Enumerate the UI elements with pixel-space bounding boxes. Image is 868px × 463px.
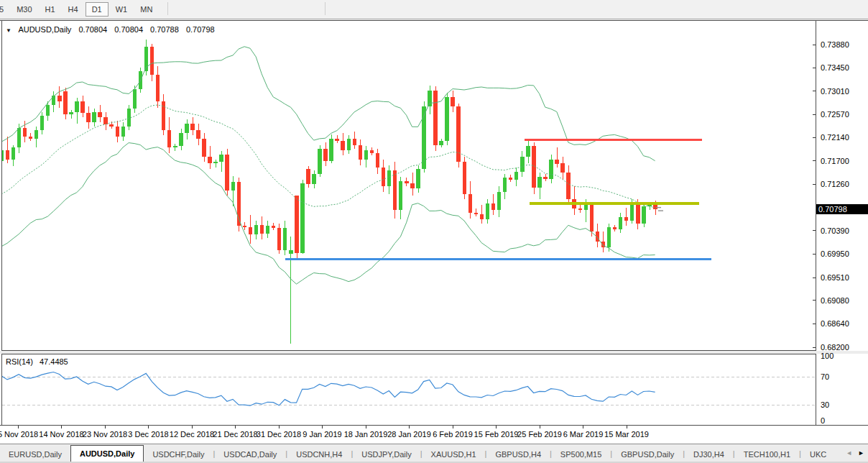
rsi-value: 47.4485 xyxy=(40,357,68,366)
price-axis-label: 0.72140 xyxy=(821,133,849,142)
time-axis-label: 3 Dec 2018 xyxy=(128,430,168,439)
time-axis-label: 6 Mar 2019 xyxy=(563,430,604,439)
candle xyxy=(300,180,305,255)
price-chart-canvas[interactable]: 0.738800.734500.730100.725700.721400.717… xyxy=(0,0,868,463)
time-axis-label: 31 Dec 2018 xyxy=(257,430,301,439)
time-axis-label: 15 Mar 2019 xyxy=(604,430,649,439)
time-axis-label: 9 Jan 2019 xyxy=(303,430,341,439)
quote-low: 0.70788 xyxy=(150,25,179,34)
rsi-panel[interactable] xyxy=(2,354,816,426)
time-axis-label: 5 Nov 2018 xyxy=(0,430,38,439)
time-axis-label: 23 Nov 2018 xyxy=(83,430,127,439)
time-axis-label: 6 Feb 2019 xyxy=(433,430,473,439)
price-axis-label: 0.73450 xyxy=(821,63,849,72)
current-price-box: 0.70798 xyxy=(816,204,868,214)
price-axis-label: 0.68640 xyxy=(821,319,849,328)
price-axis-label: 0.70390 xyxy=(821,226,849,235)
price-axis-label: 0.69950 xyxy=(821,249,849,258)
candle xyxy=(445,93,449,145)
candle xyxy=(433,86,438,151)
quote-high: 0.70804 xyxy=(114,25,143,34)
price-axis-label: 0.68200 xyxy=(821,343,849,352)
time-axis-label: 12 Dec 2018 xyxy=(170,430,214,439)
price-axis-label: 0.73010 xyxy=(821,87,849,96)
candle xyxy=(225,149,229,196)
rsi-axis-label: 0 xyxy=(821,416,825,425)
time-axis-label: 21 Dec 2018 xyxy=(213,430,257,439)
time-axis-label: 25 Feb 2019 xyxy=(517,430,562,439)
time-axis-label: 18 Jan 2019 xyxy=(344,430,388,439)
rsi-indicator-caption: RSI(14) 47.4485 xyxy=(6,357,73,366)
candle xyxy=(318,145,322,178)
price-axis-label: 0.73880 xyxy=(821,40,849,49)
candle xyxy=(329,134,333,164)
price-axis-label: 0.71700 xyxy=(821,157,849,165)
chart-symbol-label: AUDUSD,Daily xyxy=(18,25,71,34)
candle xyxy=(277,224,282,254)
rsi-axis-label: 70 xyxy=(821,372,829,381)
price-axis-label: 0.69510 xyxy=(821,273,849,282)
time-axis-label: 14 Nov 2018 xyxy=(39,430,83,439)
candle xyxy=(456,104,461,168)
candle xyxy=(532,142,536,194)
rsi-axis-label: 30 xyxy=(821,400,829,409)
rsi-axis-label: 100 xyxy=(821,352,834,360)
main-panel[interactable] xyxy=(2,21,816,351)
time-axis-label: 15 Feb 2019 xyxy=(474,430,519,439)
time-axis-label: 28 Jan 2019 xyxy=(387,430,431,439)
quote-open: 0.70804 xyxy=(78,25,107,34)
price-axis-label: 0.72570 xyxy=(821,110,849,119)
quote-close: 0.70798 xyxy=(186,25,215,34)
candle xyxy=(295,196,299,259)
rsi-label: RSI(14) xyxy=(6,357,33,366)
candle xyxy=(463,157,467,199)
symbol-dropdown-icon[interactable]: ▼ xyxy=(6,27,11,34)
current-price-label: 0.70798 xyxy=(818,205,847,214)
price-axis-label: 0.71260 xyxy=(821,180,849,188)
chart-title: ▼ AUDUSD,Daily 0.70804 0.70804 0.70788 0… xyxy=(6,25,220,34)
price-axis-label: 0.69080 xyxy=(821,296,849,305)
